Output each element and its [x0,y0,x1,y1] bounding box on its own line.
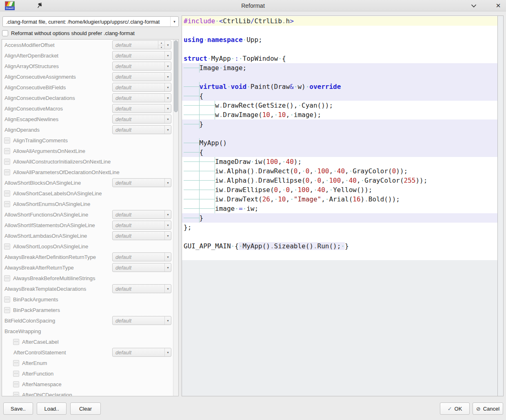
option-label: AllowShortEnumsOnASingleLine [13,201,90,207]
option-dropdown[interactable]: default▾ [112,348,171,357]
indent-guide [184,195,200,204]
tristate-checkbox[interactable]: ··· [13,339,19,345]
code-token: . [270,242,274,250]
dropdown-arrow-icon[interactable]: ▾ [164,232,171,240]
dropdown-arrow-icon[interactable]: ▾ [164,179,171,187]
option-dropdown[interactable]: default▴▾▾ [112,40,171,49]
option-dropdown[interactable]: default▾ [112,316,171,325]
close-button[interactable]: ✕ [494,2,503,9]
code-token: "Image" [294,195,321,203]
dropdown-arrow-icon[interactable]: ▾ [164,51,171,60]
spin-buttons[interactable]: ▴▾ [158,41,164,49]
tristate-checkbox[interactable]: ··· [4,148,10,154]
code-token: · [203,36,207,44]
dropdown-arrow-icon[interactable]: ▾ [164,221,171,229]
dropdown-arrow-icon[interactable]: ▾ [164,94,171,102]
option-dropdown[interactable]: default▾ [112,104,171,113]
code-line: } [182,119,497,129]
indent-guide [200,157,215,166]
cancel-button[interactable]: ⊘ Cancel [473,402,503,415]
option-label: AllowShortLoopsOnASingleLine [13,243,88,250]
option-dropdown[interactable]: default▾ [112,125,171,134]
option-dropdown[interactable]: default▾ [112,284,171,293]
dropdown-arrow-icon[interactable]: ▾ [164,285,171,293]
code-token: < [219,17,223,25]
tristate-checkbox[interactable]: ··· [4,190,10,197]
load-button[interactable]: Load.. [37,402,67,415]
option-dropdown[interactable]: default▾ [112,263,171,272]
option-label: AlignConsecutiveBitFields [4,84,66,91]
option-dropdown[interactable]: default▾ [112,178,171,187]
option-dropdown[interactable]: default▾ [112,62,171,71]
code-empty-area [182,260,497,396]
dropdown-arrow-icon[interactable]: ▾ [164,210,171,219]
save-button[interactable]: Save.. [3,402,33,415]
tristate-checkbox[interactable]: ··· [4,296,10,303]
option-dropdown[interactable]: default▾ [112,51,171,60]
dropdown-arrow-icon[interactable]: ▾ [164,263,171,272]
dropdown-arrow-icon[interactable]: ▾ [170,17,178,27]
tristate-checkbox[interactable]: ··· [4,159,10,165]
dropdown-arrow-icon[interactable]: ▾ [164,115,171,123]
options-scrollbar-thumb[interactable] [174,40,178,112]
option-label: AllowAllParametersOfDeclarationOnNextLin… [13,169,120,175]
code-token: iw [215,186,223,194]
code-line: image·=·iw; [182,204,497,213]
option-dropdown[interactable]: default▾ [112,115,171,124]
option-dropdown[interactable]: default▾ [112,221,171,230]
code-token: w [215,102,219,109]
tristate-checkbox[interactable]: ··· [4,307,10,313]
option-dropdown[interactable]: default▾ [112,93,171,102]
code-preview-editor[interactable]: #include·<CtrlLib/CtrlLib.h>using·namesp… [182,15,504,396]
tristate-checkbox[interactable]: ··· [13,371,19,377]
option-dropdown[interactable]: default▾ [112,83,171,92]
option-dropdown[interactable]: default▾ [112,231,171,240]
option-label: AfterNamespace [22,381,62,387]
dropdown-arrow-icon[interactable]: ▾ [164,104,171,113]
tristate-checkbox[interactable]: ··· [13,381,19,387]
code-token: · [341,242,345,250]
dropdown-arrow-icon[interactable]: ▾ [164,348,171,356]
dropdown-arrow-icon[interactable]: ▾ [164,62,171,70]
code-token: w [215,111,219,119]
spin-down-icon[interactable]: ▾ [158,45,164,49]
tristate-checkbox[interactable]: ··· [4,243,10,250]
ok-button[interactable]: ✓ OK [440,402,470,415]
option-row: AlignConsecutiveAssignmentsdefault▾ [2,71,178,82]
shade-button[interactable] [469,2,478,9]
code-line: iw.Alpha().DrawRect(0,·0,·100,·40,·GrayC… [182,166,497,176]
tristate-checkbox[interactable]: ··· [4,201,10,207]
dropdown-arrow-icon[interactable]: ▾ [164,316,171,325]
tristate-checkbox[interactable]: ··· [4,275,10,281]
code-token: Sizeable() [274,242,313,250]
dropdown-arrow-icon[interactable]: ▾ [164,253,171,261]
code-token: · [239,55,243,62]
code-token: · [313,177,317,184]
tristate-checkbox[interactable]: ··· [4,137,10,144]
prefer-clang-format-checkbox[interactable] [2,30,8,36]
tristate-checkbox[interactable]: ··· [13,360,19,366]
option-dropdown[interactable]: default▾ [112,252,171,261]
tristate-checkbox[interactable]: ··· [13,392,19,397]
option-label: AlignOperands [4,127,40,133]
code-scrollbar-gutter[interactable] [497,16,503,396]
tristate-checkbox[interactable]: ··· [4,169,10,175]
code-token: iw; [246,205,258,212]
option-dropdown[interactable]: default▾ [112,72,171,81]
clear-button[interactable]: Clear [70,402,101,415]
dropdown-arrow-icon[interactable]: ▾ [164,83,171,91]
option-value: default [113,253,164,261]
clang-format-file-select[interactable]: .clang-format file, current: /home/klugi… [2,16,179,27]
dropdown-arrow-icon[interactable]: ▾ [164,126,171,134]
code-token: . [254,177,258,184]
code-token: Bold()); [368,195,400,203]
dropdown-arrow-icon[interactable]: ▾ [164,73,171,81]
spin-up-icon[interactable]: ▴ [158,41,164,45]
dropdown-arrow-icon[interactable]: ▾ [164,41,171,49]
option-dropdown[interactable]: default▾ [112,210,171,219]
options-list[interactable]: AccessModifierOffsetdefault▴▾▾AlignAfter… [2,39,179,396]
code-token: · [361,177,365,184]
code-line: virtual·void·Paint(Draw&·w)·override [182,82,497,91]
code-token: , [278,158,282,166]
options-scrollbar[interactable] [173,40,178,396]
